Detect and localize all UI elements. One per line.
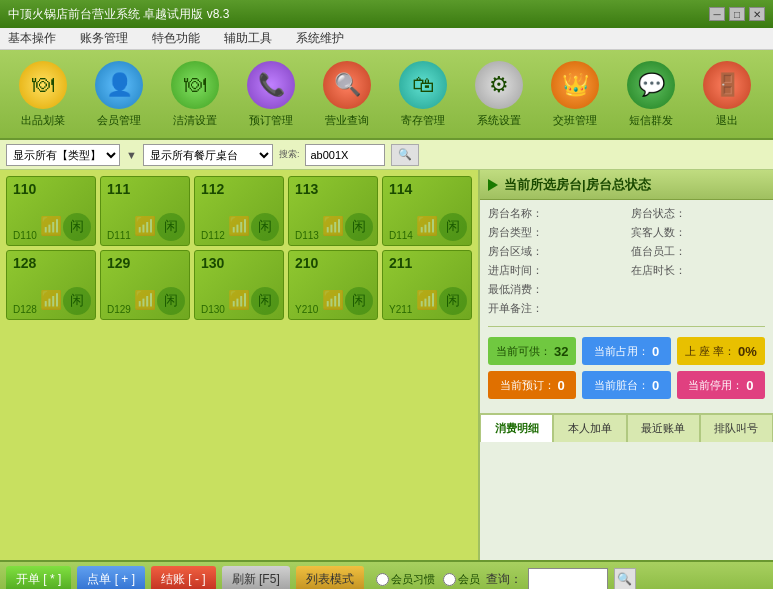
type-label: 房台类型： — [488, 225, 543, 240]
stat-dirty-label: 当前脏台： — [594, 378, 649, 393]
stat-rate: 上 座 率： 0% — [677, 337, 765, 365]
menu-special[interactable]: 特色功能 — [148, 28, 204, 49]
wifi-icon: 📶 — [322, 289, 344, 311]
toolbar-out-food[interactable]: 🍽 出品划菜 — [8, 54, 78, 134]
maximize-button[interactable]: □ — [729, 7, 745, 21]
wifi-icon: 📶 — [134, 289, 156, 311]
table-status-icon: 闲 — [345, 287, 373, 315]
wifi-icon: 📶 — [134, 215, 156, 237]
table-111[interactable]: 111 D111 📶 闲 — [100, 176, 190, 246]
tab-consumption[interactable]: 消费明细 — [480, 414, 553, 442]
bottom-search-button[interactable]: 🔍 — [614, 568, 636, 589]
query-label: 查询： — [486, 571, 522, 588]
stat-reserved: 当前预订： 0 — [488, 371, 576, 399]
minimize-button[interactable]: ─ — [709, 7, 725, 21]
stat-disabled: 当前停用： 0 — [677, 371, 765, 399]
menu-basic-ops[interactable]: 基本操作 — [4, 28, 60, 49]
right-panel-title: 当前所选房台|房台总状态 — [504, 176, 651, 194]
toolbar-settings[interactable]: ⚙ 系统设置 — [464, 54, 534, 134]
business-label: 营业查询 — [325, 113, 369, 128]
order-button[interactable]: 点单 [ + ] — [77, 566, 145, 589]
wifi-icon: 📶 — [322, 215, 344, 237]
table-130[interactable]: 130 D130 📶 闲 — [194, 250, 284, 320]
toolbar-business[interactable]: 🔍 营业查询 — [312, 54, 382, 134]
toolbar-storage[interactable]: 🛍 寄存管理 — [388, 54, 458, 134]
tabs-row: 消费明细 本人加单 最近账单 排队叫号 — [480, 413, 773, 442]
menu-bar: 基本操作 账务管理 特色功能 辅助工具 系统维护 — [0, 28, 773, 50]
table-num: 128 — [13, 255, 89, 271]
search-button[interactable]: 🔍 — [391, 144, 419, 166]
table-status-icon: 闲 — [345, 213, 373, 241]
info-row-status: 房台状态： — [631, 206, 766, 221]
type-filter[interactable]: 显示所有【类型】 — [6, 144, 120, 166]
stat-disabled-label: 当前停用： — [688, 378, 743, 393]
tab-self-order[interactable]: 本人加单 — [553, 414, 626, 442]
menu-accounting[interactable]: 账务管理 — [76, 28, 132, 49]
toolbar-exit[interactable]: 🚪 退出 — [692, 54, 762, 134]
member-label: 会员管理 — [97, 113, 141, 128]
checkout-button[interactable]: 结账 [ - ] — [151, 566, 216, 589]
stat-occupied-label: 当前占用： — [594, 344, 649, 359]
stat-dirty-value: 0 — [652, 378, 659, 393]
table-113[interactable]: 113 D113 📶 闲 — [288, 176, 378, 246]
table-num: 112 — [201, 181, 277, 197]
duration-label: 在店时长： — [631, 263, 686, 278]
stat-dirty: 当前脏台： 0 — [582, 371, 670, 399]
table-128[interactable]: 128 D128 📶 闲 — [6, 250, 96, 320]
toolbar-reservation[interactable]: 📞 预订管理 — [236, 54, 306, 134]
wifi-icon: 📶 — [416, 289, 438, 311]
search-input[interactable] — [305, 144, 385, 166]
close-button[interactable]: ✕ — [749, 7, 765, 21]
table-129[interactable]: 129 D129 📶 闲 — [100, 250, 190, 320]
sms-icon: 💬 — [627, 61, 675, 109]
menu-tools[interactable]: 辅助工具 — [220, 28, 276, 49]
bottom-search-input[interactable] — [528, 568, 608, 589]
stat-reserved-value: 0 — [558, 378, 565, 393]
info-row-name: 房台名称： — [488, 206, 623, 221]
stat-available: 当前可供： 32 — [488, 337, 576, 365]
toolbar-handover[interactable]: 👑 交班管理 — [540, 54, 610, 134]
wifi-icon: 📶 — [40, 215, 62, 237]
window-controls[interactable]: ─ □ ✕ — [709, 7, 765, 21]
stat-occupied: 当前占用： 0 — [582, 337, 670, 365]
area-filter[interactable]: 显示所有餐厅桌台 — [143, 144, 273, 166]
toolbar-sms[interactable]: 💬 短信群发 — [616, 54, 686, 134]
radio-member[interactable]: 会员 — [443, 572, 480, 587]
radio-habit-input[interactable] — [376, 573, 389, 586]
table-num: 114 — [389, 181, 465, 197]
stat-rate-label: 上 座 率： — [685, 344, 735, 359]
info-row-mincharge: 最低消费： — [488, 282, 765, 297]
remark-label: 开单备注： — [488, 301, 543, 316]
business-icon: 🔍 — [323, 61, 371, 109]
table-num: 129 — [107, 255, 183, 271]
table-status-icon: 闲 — [157, 287, 185, 315]
settings-icon: ⚙ — [475, 61, 523, 109]
radio-member-habit[interactable]: 会员习惯 — [376, 572, 435, 587]
toolbar-clean[interactable]: 🍽 洁清设置 — [160, 54, 230, 134]
table-112[interactable]: 112 D112 📶 闲 — [194, 176, 284, 246]
list-mode-button[interactable]: 列表模式 — [296, 566, 364, 589]
wifi-icon: 📶 — [228, 289, 250, 311]
wifi-icon: 📶 — [416, 215, 438, 237]
toolbar-member[interactable]: 👤 会员管理 — [84, 54, 154, 134]
tab-queue[interactable]: 排队叫号 — [700, 414, 773, 442]
radio-member-input[interactable] — [443, 573, 456, 586]
right-panel: 当前所选房台|房台总状态 房台名称： 房台状态： 房台类型： 宾客人数： 房台区… — [478, 170, 773, 560]
table-211[interactable]: 211 Y211 📶 闲 — [382, 250, 472, 320]
refresh-button[interactable]: 刷新 [F5] — [222, 566, 290, 589]
table-110[interactable]: 110 D110 📶 闲 — [6, 176, 96, 246]
radio-member-label: 会员 — [458, 572, 480, 587]
checkin-label: 进店时间： — [488, 263, 543, 278]
storage-icon: 🛍 — [399, 61, 447, 109]
radio-group: 会员习惯 会员 — [376, 572, 480, 587]
table-num: 113 — [295, 181, 371, 197]
table-num: 110 — [13, 181, 89, 197]
sms-label: 短信群发 — [629, 113, 673, 128]
open-table-button[interactable]: 开单 [ * ] — [6, 566, 71, 589]
menu-maintenance[interactable]: 系统维护 — [292, 28, 348, 49]
bottom-toolbar: 开单 [ * ] 点单 [ + ] 结账 [ - ] 刷新 [F5] 列表模式 … — [0, 560, 773, 589]
table-210[interactable]: 210 Y210 📶 闲 — [288, 250, 378, 320]
table-114[interactable]: 114 D114 📶 闲 — [382, 176, 472, 246]
tab-recent-bill[interactable]: 最近账单 — [627, 414, 700, 442]
handover-label: 交班管理 — [553, 113, 597, 128]
